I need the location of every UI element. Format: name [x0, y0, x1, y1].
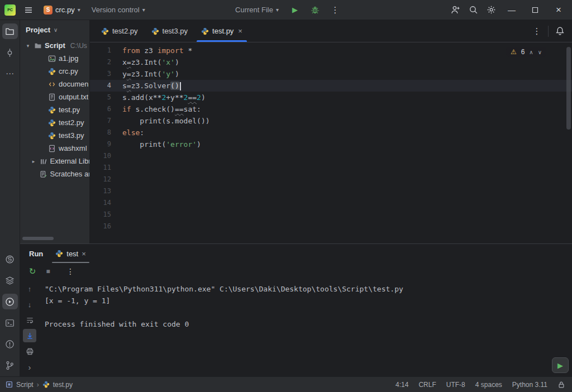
- python-console-tool-button[interactable]: [2, 251, 18, 267]
- notifications-button[interactable]: [553, 25, 566, 38]
- code-line[interactable]: 12: [90, 174, 572, 185]
- code-line[interactable]: 10: [90, 150, 572, 162]
- tree-item-test-py[interactable]: test.py: [20, 103, 89, 116]
- main-menu-button[interactable]: [20, 2, 37, 18]
- project-tool-button[interactable]: [2, 23, 18, 39]
- version-control-tool-button[interactable]: [2, 357, 18, 373]
- next-warning-icon[interactable]: ∨: [538, 49, 542, 55]
- chevron-down-icon: ∨: [54, 27, 58, 33]
- project-panel-title: Project: [26, 26, 50, 34]
- code-line[interactable]: 2x=z3.Int('x'): [90, 56, 572, 68]
- breadcrumb-script[interactable]: Script: [16, 381, 34, 389]
- code-line[interactable]: 7 print(s.model()): [90, 115, 572, 127]
- run-button[interactable]: ▶: [287, 2, 303, 18]
- tree-item-test2-py[interactable]: test2.py: [20, 116, 89, 129]
- line-number: 15: [90, 209, 122, 221]
- floating-run-button[interactable]: ▶: [552, 357, 569, 373]
- commit-tool-button[interactable]: [2, 45, 18, 60]
- code-line[interactable]: 3y=z3.Int('y'): [90, 68, 572, 80]
- vcs-widget[interactable]: Version control ▾: [87, 2, 150, 18]
- code-line[interactable]: 16: [90, 221, 572, 232]
- run-options-button[interactable]: ⋮: [64, 265, 77, 278]
- problems-tool-button[interactable]: [2, 336, 18, 352]
- python-packages-tool-button[interactable]: [2, 273, 18, 288]
- code-line[interactable]: 6if s.check()==sat:: [90, 103, 572, 115]
- tab-test2-py[interactable]: test2.py: [94, 20, 145, 42]
- readonly-toggle[interactable]: [557, 381, 565, 389]
- tree-item-document[interactable]: documen: [20, 78, 89, 90]
- line-number: 8: [90, 127, 122, 138]
- kebab-icon: ⋮: [66, 267, 74, 276]
- expand-strip-button[interactable]: ›: [23, 360, 36, 374]
- project-widget[interactable]: S crc.py ▾: [39, 2, 85, 18]
- console-output[interactable]: "C:\Program Files\Python311\python.exe" …: [39, 280, 572, 376]
- more-tool-windows-button[interactable]: ⋯: [2, 66, 18, 82]
- run-tool-button[interactable]: [2, 294, 18, 309]
- minimize-button[interactable]: —: [500, 2, 523, 18]
- maximize-button[interactable]: [524, 2, 546, 18]
- indent-widget[interactable]: 4 spaces: [475, 381, 502, 389]
- caret-position-widget[interactable]: 4:14: [395, 381, 408, 389]
- center-column: Project ∨ ▾ Script C:\Us a1.jpg: [20, 20, 572, 376]
- code-line[interactable]: 11: [90, 162, 572, 174]
- line-separator-widget[interactable]: CRLF: [418, 381, 436, 389]
- scroll-up-button[interactable]: ↑: [23, 282, 36, 295]
- line-number: 9: [90, 138, 122, 150]
- run-tab-test[interactable]: test ×: [50, 244, 92, 263]
- tree-node-external-libraries[interactable]: ▸ External Libr: [20, 155, 89, 168]
- scroll-down-button[interactable]: ↓: [23, 298, 36, 311]
- tree-item-test3-py[interactable]: test3.py: [20, 129, 89, 142]
- more-actions-button[interactable]: ⋮: [327, 2, 344, 18]
- tree-collapsed-icon[interactable]: ▸: [30, 159, 37, 164]
- tree-item-output-txt[interactable]: output.txt: [20, 90, 89, 103]
- code-line[interactable]: 9 print('error'): [90, 138, 572, 150]
- project-panel-header[interactable]: Project ∨: [20, 20, 89, 39]
- code-line[interactable]: 15: [90, 209, 572, 221]
- tab-close-icon[interactable]: ×: [238, 27, 242, 35]
- line-number: 10: [90, 150, 122, 162]
- run-play-icon: ▶: [292, 6, 298, 14]
- run-configuration-selector[interactable]: Current File ▾: [231, 2, 283, 18]
- code-line[interactable]: 14: [90, 197, 572, 209]
- editor-options-button[interactable]: ⋮: [530, 25, 544, 38]
- code-line[interactable]: 5s.add(x**2+y**2==2): [90, 92, 572, 103]
- editor-vertical-scrollbar[interactable]: [566, 47, 571, 130]
- code-line[interactable]: 8else:: [90, 127, 572, 138]
- editor-content[interactable]: 1from z3 import *2x=z3.Int('x')3y=z3.Int…: [90, 42, 572, 243]
- tree-root-script[interactable]: ▾ Script C:\Us: [20, 39, 89, 52]
- tab-test3-py[interactable]: test3.py: [145, 20, 195, 42]
- line-number: 1: [90, 45, 122, 56]
- code-line[interactable]: 4s=z3.Solver(): [90, 80, 572, 92]
- divider: [548, 26, 549, 37]
- inspections-widget[interactable]: ⚠ 6 ∧ ∨: [506, 47, 546, 57]
- stop-button[interactable]: ■: [41, 265, 55, 278]
- code-line[interactable]: 13: [90, 185, 572, 197]
- encoding-widget[interactable]: UTF-8: [446, 381, 465, 389]
- terminal-tool-button[interactable]: [2, 315, 18, 331]
- search-everywhere-button[interactable]: [465, 2, 482, 18]
- tabbar-spacer: [249, 20, 530, 42]
- tree-item-crc-py[interactable]: crc.py: [20, 65, 89, 78]
- line-number: 2: [90, 56, 122, 68]
- interpreter-widget[interactable]: Python 3.11: [512, 381, 547, 389]
- tree-item-washxml[interactable]: washxml: [20, 142, 89, 155]
- scroll-to-end-button[interactable]: [23, 329, 36, 342]
- debug-button[interactable]: [307, 2, 323, 18]
- rerun-button[interactable]: ↻: [26, 265, 39, 278]
- tree-item-a1-jpg[interactable]: a1.jpg: [20, 52, 89, 65]
- print-button[interactable]: [23, 345, 36, 358]
- hamburger-icon: [24, 6, 33, 15]
- code-line[interactable]: 1from z3 import *: [90, 45, 572, 56]
- project-horizontal-scrollbar[interactable]: [22, 237, 54, 240]
- settings-button[interactable]: [483, 2, 499, 18]
- run-tab-close-icon[interactable]: ×: [82, 250, 86, 258]
- close-button[interactable]: ×: [547, 2, 570, 18]
- code-with-me-button[interactable]: [447, 2, 464, 18]
- tab-test-py[interactable]: test.py ×: [194, 20, 249, 42]
- tree-node-scratches[interactable]: Scratches ar: [20, 168, 89, 180]
- prev-warning-icon[interactable]: ∧: [529, 49, 533, 55]
- tree-expanded-icon[interactable]: ▾: [25, 43, 31, 49]
- soft-wrap-button[interactable]: [23, 313, 36, 327]
- run-panel-header: Run test ×: [20, 244, 572, 263]
- breadcrumb-file[interactable]: test.py: [53, 381, 73, 389]
